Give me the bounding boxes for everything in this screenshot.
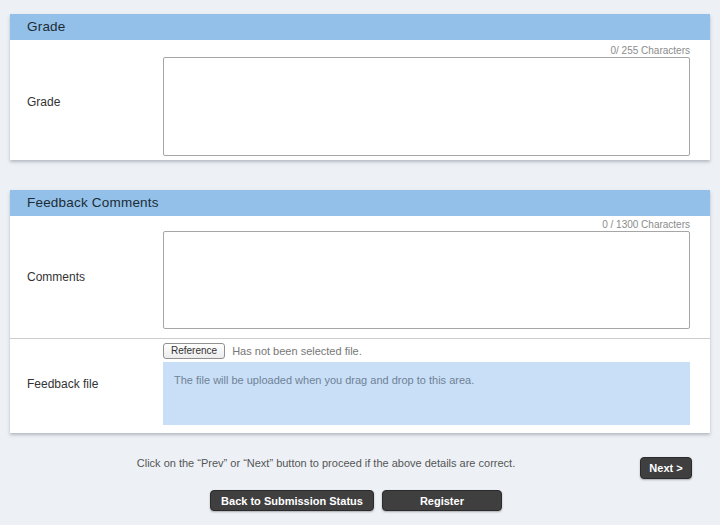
file-select-row: Reference Has not been selected file. xyxy=(163,343,362,359)
next-button[interactable]: Next > xyxy=(640,457,692,479)
comments-char-counter: 0 / 1300 Characters xyxy=(602,219,690,230)
grade-section-header: Grade xyxy=(10,14,710,40)
grade-input[interactable] xyxy=(163,57,690,156)
file-dropzone[interactable]: The file will be uploaded when you drag … xyxy=(163,362,690,425)
comments-field-label: Comments xyxy=(27,270,85,284)
dropzone-hint-text: The file will be uploaded when you drag … xyxy=(174,374,474,386)
feedback-section-header: Feedback Comments xyxy=(10,190,710,216)
feedback-comments-section: Feedback Comments 0 / 1300 Characters Co… xyxy=(10,190,710,433)
feedback-file-label: Feedback file xyxy=(27,377,98,391)
grade-char-counter: 0/ 255 Characters xyxy=(611,45,691,56)
row-divider xyxy=(10,338,710,339)
no-file-selected-text: Has not been selected file. xyxy=(232,345,362,357)
comments-input[interactable] xyxy=(163,231,690,329)
reference-button[interactable]: Reference xyxy=(163,343,225,359)
grade-section: Grade 0/ 255 Characters Grade xyxy=(10,14,710,160)
register-button[interactable]: Register xyxy=(382,490,502,511)
bottom-button-row: Back to Submission Status Register xyxy=(0,490,712,511)
grade-field-label: Grade xyxy=(27,95,60,109)
back-to-submission-status-button[interactable]: Back to Submission Status xyxy=(210,490,374,511)
proceed-instruction-text: Click on the “Prev” or “Next” button to … xyxy=(0,457,652,469)
